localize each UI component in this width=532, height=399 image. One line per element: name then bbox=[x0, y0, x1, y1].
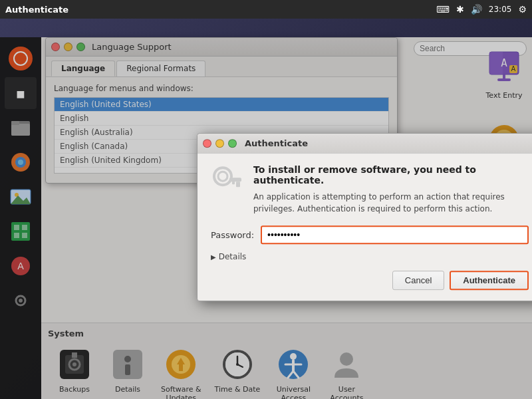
svg-rect-58 bbox=[236, 182, 240, 187]
topbar: Authenticate ⌨ ✱ 🔊 23:05 ⚙ bbox=[0, 0, 532, 19]
auth-key-icon bbox=[211, 164, 243, 201]
auth-min-btn[interactable] bbox=[215, 139, 224, 148]
auth-details-toggle[interactable]: ▶ Details bbox=[211, 252, 529, 261]
authenticate-dialog: Authenticate To install or remove softwa… bbox=[197, 133, 532, 301]
auth-heading: To install or remove software, you need … bbox=[253, 164, 529, 186]
topbar-title: Authenticate bbox=[5, 5, 68, 15]
auth-details-row: ▶ Details bbox=[211, 252, 529, 261]
auth-close-btn[interactable] bbox=[203, 139, 211, 148]
bluetooth-icon: ✱ bbox=[456, 4, 464, 15]
auth-password-row: Password: bbox=[211, 225, 529, 244]
auth-titlebar: Authenticate bbox=[198, 134, 532, 154]
topbar-time: 23:05 bbox=[489, 5, 512, 14]
settings-icon[interactable]: ⚙ bbox=[518, 4, 527, 15]
svg-point-56 bbox=[218, 172, 227, 181]
svg-rect-57 bbox=[229, 178, 241, 182]
cancel-button[interactable]: Cancel bbox=[392, 271, 444, 290]
auth-text: To install or remove software, you need … bbox=[253, 164, 529, 215]
details-label: Details bbox=[219, 252, 247, 261]
auth-body: To install or remove software, you need … bbox=[198, 154, 532, 301]
auth-buttons: Cancel Authenticate bbox=[211, 271, 529, 290]
volume-icon: 🔊 bbox=[471, 4, 482, 15]
password-input[interactable] bbox=[261, 225, 529, 244]
auth-max-btn[interactable] bbox=[228, 139, 237, 148]
desktop: ■ bbox=[0, 19, 532, 399]
topbar-right: ⌨ ✱ 🔊 23:05 ⚙ bbox=[436, 4, 527, 15]
keyboard-icon: ⌨ bbox=[436, 4, 450, 15]
password-label: Password: bbox=[211, 230, 254, 240]
auth-top: To install or remove software, you need … bbox=[211, 164, 529, 215]
auth-description: An application is attempting to perform … bbox=[253, 191, 529, 215]
svg-rect-59 bbox=[232, 180, 235, 184]
svg-point-55 bbox=[214, 168, 231, 185]
authenticate-button[interactable]: Authenticate bbox=[450, 271, 529, 290]
details-arrow-icon: ▶ bbox=[211, 253, 216, 261]
auth-dialog-title: Authenticate bbox=[245, 138, 308, 148]
